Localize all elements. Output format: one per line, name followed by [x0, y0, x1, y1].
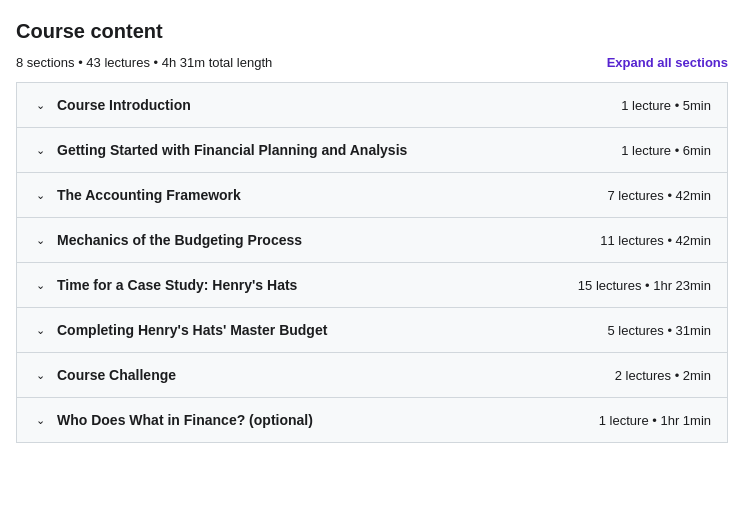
section-left: ⌄Getting Started with Financial Planning…: [33, 142, 609, 158]
section-label: Time for a Case Study: Henry's Hats: [57, 277, 297, 293]
course-meta-text: 8 sections • 43 lectures • 4h 31m total …: [16, 55, 272, 70]
chevron-down-icon: ⌄: [33, 144, 47, 157]
section-left: ⌄Mechanics of the Budgeting Process: [33, 232, 588, 248]
course-meta-row: 8 sections • 43 lectures • 4h 31m total …: [16, 55, 728, 70]
section-item[interactable]: ⌄Completing Henry's Hats' Master Budget5…: [17, 308, 727, 353]
section-label: The Accounting Framework: [57, 187, 241, 203]
section-item[interactable]: ⌄Course Introduction1 lecture • 5min: [17, 83, 727, 128]
section-item[interactable]: ⌄The Accounting Framework7 lectures • 42…: [17, 173, 727, 218]
chevron-down-icon: ⌄: [33, 279, 47, 292]
chevron-down-icon: ⌄: [33, 234, 47, 247]
section-detail: 1 lecture • 6min: [621, 143, 711, 158]
section-label: Mechanics of the Budgeting Process: [57, 232, 302, 248]
section-label: Completing Henry's Hats' Master Budget: [57, 322, 327, 338]
section-detail: 11 lectures • 42min: [600, 233, 711, 248]
chevron-down-icon: ⌄: [33, 414, 47, 427]
section-item[interactable]: ⌄Mechanics of the Budgeting Process11 le…: [17, 218, 727, 263]
section-item[interactable]: ⌄Who Does What in Finance? (optional)1 l…: [17, 398, 727, 442]
chevron-down-icon: ⌄: [33, 324, 47, 337]
expand-all-button[interactable]: Expand all sections: [607, 55, 728, 70]
section-detail: 1 lecture • 1hr 1min: [599, 413, 711, 428]
section-item[interactable]: ⌄Course Challenge2 lectures • 2min: [17, 353, 727, 398]
section-label: Course Introduction: [57, 97, 191, 113]
section-item[interactable]: ⌄Getting Started with Financial Planning…: [17, 128, 727, 173]
section-left: ⌄Course Challenge: [33, 367, 603, 383]
course-content-wrapper: Course content 8 sections • 43 lectures …: [0, 0, 744, 463]
section-left: ⌄Time for a Case Study: Henry's Hats: [33, 277, 566, 293]
section-detail: 5 lectures • 31min: [607, 323, 711, 338]
section-left: ⌄Course Introduction: [33, 97, 609, 113]
section-label: Who Does What in Finance? (optional): [57, 412, 313, 428]
section-detail: 15 lectures • 1hr 23min: [578, 278, 711, 293]
section-item[interactable]: ⌄Time for a Case Study: Henry's Hats15 l…: [17, 263, 727, 308]
section-label: Getting Started with Financial Planning …: [57, 142, 407, 158]
chevron-down-icon: ⌄: [33, 189, 47, 202]
section-left: ⌄Who Does What in Finance? (optional): [33, 412, 587, 428]
section-label: Course Challenge: [57, 367, 176, 383]
chevron-down-icon: ⌄: [33, 369, 47, 382]
sections-list: ⌄Course Introduction1 lecture • 5min⌄Get…: [16, 82, 728, 443]
course-title: Course content: [16, 20, 728, 43]
chevron-down-icon: ⌄: [33, 99, 47, 112]
section-left: ⌄Completing Henry's Hats' Master Budget: [33, 322, 595, 338]
section-left: ⌄The Accounting Framework: [33, 187, 595, 203]
section-detail: 1 lecture • 5min: [621, 98, 711, 113]
section-detail: 7 lectures • 42min: [607, 188, 711, 203]
section-detail: 2 lectures • 2min: [615, 368, 711, 383]
